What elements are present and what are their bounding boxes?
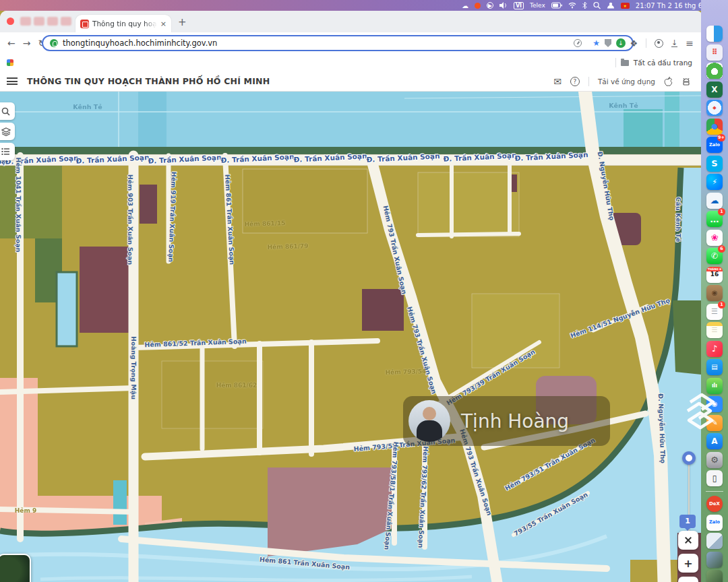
shield-icon[interactable] [605,39,611,47]
back-button[interactable]: ← [7,38,16,48]
map-label: Đ. Trần Xuân Soạn [220,152,294,164]
desktop: Thông tin quy hoạch TP.HC × + ← → ↻ thon… [0,0,728,582]
wifi-icon[interactable] [568,1,576,9]
site-menu-icon[interactable] [7,77,18,85]
spotlight-icon[interactable] [593,1,601,9]
zoom-out-button[interactable]: − [678,577,698,582]
keynote-dock-icon[interactable]: ▤ [706,359,723,375]
safari-dock-icon[interactable]: ◆ [706,100,723,116]
dex-dock-icon[interactable]: DeX [706,496,723,512]
dock: ⠿X◆●Zalo9+S⚡☁…1❀✆6THÁNG 616◉☰1☰♪▤ılı◉✎A⚙… [702,26,727,582]
screenshot-3-dock-icon[interactable] [706,570,723,582]
vietnam-flag-icon[interactable]: ★ [621,3,630,9]
basemap-switcher[interactable] [0,554,31,582]
close-window-button[interactable] [7,18,14,25]
help-icon[interactable]: ? [570,77,580,86]
zalo-glyph: Zalo [709,143,720,148]
coccoc-dock-icon[interactable] [706,63,723,79]
android-icon[interactable] [681,77,691,86]
contacts-glyph: ◉ [712,290,718,296]
onedrive-glyph: ☁ [710,196,719,205]
zalo-web-dock-icon[interactable]: Zalo [706,515,723,531]
notes-dock-icon[interactable]: ☰ [706,322,723,338]
bookmark-star-icon[interactable]: ★ [593,38,600,48]
input-method-label[interactable]: Telex [530,2,545,9]
finder-dock-icon[interactable] [706,26,723,42]
caller-name: Tịnh Hoàng [461,410,569,432]
map-label: Kênh Tẻ [73,103,102,110]
map-search-button[interactable] [0,102,15,120]
map-legend-button[interactable] [0,143,15,160]
play-icon[interactable]: ▶ [487,2,493,9]
list-icon [1,148,10,156]
zalo-dock-icon[interactable]: Zalo9+ [706,137,723,153]
reminders-dock-icon[interactable]: ☰1 [706,304,723,320]
volume-icon[interactable] [499,1,508,9]
address-bar[interactable]: thongtinquyhoach.hochiminhcity.gov.vn ★ … [42,35,634,51]
iphone-mirroring-glyph: ▯ [712,474,717,482]
map-layers-button[interactable] [0,123,15,140]
new-tab-button[interactable]: + [178,16,187,28]
all-bookmarks-label[interactable]: Tất cả dấu trang [634,59,692,67]
map-label: Hẻm 861/52 Trần Xuân Soạn [144,337,246,348]
iphone-mirroring-dock-icon[interactable]: ▯ [706,470,723,486]
music-dock-icon[interactable]: ♪ [706,341,723,357]
map-label: Hẻm 793/62 Trần Xuân Soạn [417,446,430,548]
download-app-label[interactable]: Tải về ứng dụng [598,77,655,86]
facetime-dock-icon[interactable]: ✆6 [706,248,723,264]
skype-dock-icon[interactable]: S [706,156,723,172]
launchpad-dock-icon[interactable]: ⠿ [706,44,723,61]
facetime-glyph: ✆ [711,252,718,260]
planning-map[interactable]: Đ. Trần Xuân SoạnĐ. Trần Xuân SoạnĐ. Trầ… [0,92,701,582]
input-language-badge[interactable]: VI [514,2,524,9]
header-separator [588,77,589,86]
tab-strip: Thông tin quy hoạch TP.HC × + [0,11,703,32]
bookmarks-grid-icon[interactable] [7,59,13,66]
map-label: Hoàng Trọng Mậu [130,336,138,399]
control-center-icon[interactable] [607,1,615,9]
browser-menu-icon[interactable]: ≡ [686,38,694,48]
calendar-dock-icon[interactable]: THÁNG 616 [706,267,723,283]
calendar-month-label: THÁNG 6 [706,267,723,271]
settings-dock-icon[interactable]: ⚙ [706,452,723,468]
browser-window: Thông tin quy hoạch TP.HC × + ← → ↻ thon… [0,11,703,582]
notification-badge: 6 [718,245,725,253]
site-title: THÔNG TIN QUY HOẠCH THÀNH PHỐ HỒ CHÍ MIN… [27,76,270,86]
search-icon [1,107,10,116]
record-status-icon[interactable] [475,3,481,9]
active-tab[interactable]: Thông tin quy hoạch TP.HC × [75,15,171,32]
downloads-icon[interactable]: ↓ [671,40,677,47]
extensions-icon[interactable]: ❖ [630,38,638,48]
excel-dock-icon[interactable]: X [706,82,723,98]
photos-dock-icon[interactable]: ❀ [706,230,723,246]
apple-icon[interactable] [664,77,673,87]
tab-close-icon[interactable]: × [160,20,166,28]
forward-button[interactable]: → [23,38,31,48]
url-text[interactable]: thongtinquyhoach.hochiminhcity.gov.vn [63,38,569,48]
bluetooth-icon[interactable] [582,1,587,9]
chrome-dock-icon[interactable]: ● [706,119,723,135]
screenshot-2-dock-icon[interactable] [706,552,723,568]
download-manager-icon[interactable]: ↓ [616,38,626,48]
map-label: Kênh Tẻ [609,102,638,109]
map-labels: Đ. Trần Xuân SoạnĐ. Trần Xuân SoạnĐ. Trầ… [0,92,701,582]
zoom-in-button[interactable]: + [678,554,698,573]
onedrive-dock-icon[interactable]: ☁ [706,193,723,209]
folder-icon [621,60,629,66]
map-label: Đ. Trần Xuân Soạn [443,151,516,163]
menu-bar-clock[interactable]: 21:07 Th 2 16 thg 6 [636,2,702,9]
messenger-dock-icon[interactable]: ⚡ [706,174,723,190]
mail-icon[interactable]: ✉ [553,76,562,87]
profile-icon[interactable] [655,39,663,48]
map-label: Đ. Trần Xuân Soạn [514,150,588,162]
notes-glyph: ☰ [712,327,718,333]
contacts-dock-icon[interactable]: ◉ [706,285,723,301]
cloud-icon[interactable]: ☁ [462,1,468,9]
screenshot-1-dock-icon[interactable] [706,533,723,549]
speed-mode-icon[interactable] [574,39,582,47]
music-glyph: ♪ [712,344,717,353]
zoom-slider-handle[interactable] [682,451,696,465]
app-store-dock-icon[interactable]: A [706,433,723,449]
messages-dock-icon[interactable]: …1 [706,211,723,227]
locate-button[interactable] [678,531,698,550]
